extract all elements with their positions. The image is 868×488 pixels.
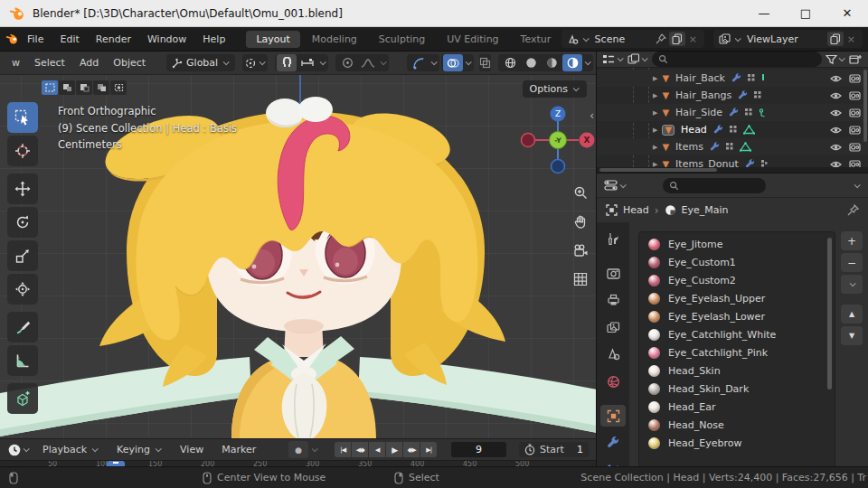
pan-button[interactable] — [571, 212, 590, 230]
material-list-scrollbar[interactable] — [827, 238, 832, 389]
modifier-wrench-icon[interactable] — [731, 73, 742, 84]
eye-icon[interactable] — [830, 74, 842, 83]
material-slot[interactable]: Eye_Eyelash_Lower — [639, 307, 835, 325]
select-set-button[interactable] — [42, 80, 58, 95]
pin-icon[interactable] — [653, 32, 669, 46]
chevron-down-icon[interactable] — [312, 446, 318, 452]
material-slot[interactable]: Eye_Custom1 — [639, 253, 835, 271]
timeline-ruler[interactable]: 50 100 150 200 250 300 350 400 450 500 — [0, 460, 596, 466]
play-reverse-button[interactable]: ◀ — [369, 442, 385, 457]
properties-search-field[interactable] — [663, 178, 766, 193]
properties-options-chevron[interactable] — [854, 182, 861, 188]
disclosure-icon[interactable]: ▶ — [653, 127, 657, 134]
chevron-down-icon[interactable] — [582, 35, 589, 42]
sidebar-collapse-arrow[interactable]: ‹ — [588, 108, 596, 124]
outliner-row-items[interactable]: ▶ ▼ Items — [597, 138, 868, 155]
tab-uv-editing[interactable]: UV Editing — [437, 31, 508, 48]
breadcrumb-data[interactable]: Eye_Main — [682, 204, 729, 216]
menu-keying[interactable]: Keying — [111, 442, 167, 457]
remove-material-slot-button[interactable]: − — [841, 253, 863, 272]
vertex-group-icon[interactable] — [729, 125, 739, 135]
menu-view-clipped[interactable]: w — [5, 54, 26, 71]
jump-to-start-button[interactable]: |◀ — [335, 442, 351, 457]
camera-view-button[interactable] — [571, 241, 590, 259]
vertex-group-icon[interactable] — [747, 73, 757, 83]
options-dropdown[interactable]: Options — [523, 80, 587, 98]
object-name[interactable]: Hair_Side — [674, 107, 724, 118]
pin-icon[interactable] — [847, 204, 859, 216]
outliner-row-head[interactable]: ▶ ▼ Head — [597, 121, 868, 138]
material-slot[interactable]: Head_Skin — [639, 361, 835, 380]
tool-transform[interactable] — [7, 274, 38, 305]
tab-view-layer[interactable] — [600, 316, 626, 338]
select-intersect-button[interactable] — [110, 80, 127, 95]
vertex-group-icon[interactable] — [753, 90, 763, 100]
viewlayer-name[interactable]: ViewLayer — [741, 33, 827, 45]
new-collection-button[interactable] — [849, 53, 863, 66]
pivot-point-dropdown[interactable] — [242, 54, 268, 71]
current-frame-field[interactable]: 9 — [451, 442, 506, 457]
eye-icon[interactable] — [830, 143, 842, 152]
close-button[interactable]: ✕ — [826, 0, 868, 27]
unlink-scene-icon[interactable]: × — [685, 33, 701, 45]
maximize-button[interactable]: □ — [785, 0, 826, 27]
menu-help[interactable]: Help — [194, 31, 233, 48]
vertex-group-icon[interactable] — [744, 108, 754, 117]
tool-measure[interactable] — [7, 345, 38, 376]
material-specials-button[interactable] — [841, 275, 863, 294]
tab-modifiers[interactable] — [600, 432, 626, 454]
auto-keying-toggle[interactable]: ● — [288, 441, 308, 458]
outliner-row-hair-side[interactable]: ▶ ▼ Hair_Side — [597, 104, 868, 121]
select-subtract-button[interactable] — [76, 80, 92, 95]
menu-view[interactable]: View — [175, 442, 209, 457]
material-slot[interactable]: Eye_Custom2 — [639, 271, 835, 289]
scene-name[interactable]: Scene — [590, 33, 653, 45]
modifier-wrench-icon[interactable] — [710, 142, 721, 153]
zoom-button[interactable] — [571, 183, 590, 202]
tab-object[interactable] — [600, 405, 626, 427]
frame-start-field[interactable]: Start 1 — [519, 442, 589, 457]
camera-icon[interactable] — [849, 108, 861, 117]
axis-z-negative-handle[interactable] — [552, 160, 565, 174]
outliner-filter-id-dropdown[interactable] — [627, 53, 648, 65]
chevron-down-icon[interactable] — [320, 59, 326, 65]
tool-rotate[interactable] — [7, 207, 38, 238]
select-invert-button[interactable] — [93, 80, 109, 95]
properties-editor-type-button[interactable] — [604, 179, 627, 192]
snap-toggle[interactable] — [277, 54, 297, 71]
falloff-dropdown[interactable] — [358, 54, 378, 71]
tab-texture-paint[interactable]: Textur — [511, 31, 552, 48]
camera-icon[interactable] — [849, 142, 861, 152]
proportional-edit-toggle[interactable] — [337, 54, 357, 71]
material-slot[interactable]: Head_Nose — [639, 416, 835, 434]
tab-output[interactable] — [600, 289, 626, 311]
material-slot[interactable]: Head_Eyebrow — [639, 434, 835, 452]
tool-add-cube[interactable] — [7, 383, 38, 414]
chevron-down-icon[interactable] — [466, 59, 472, 65]
viewlayer-icon[interactable] — [717, 32, 733, 46]
outliner-filter-dropdown[interactable] — [826, 54, 845, 65]
object-name[interactable]: Head — [679, 124, 709, 136]
disclosure-icon[interactable]: ▶ — [653, 92, 657, 99]
material-slot[interactable]: Eye_Catchlight_White — [639, 325, 835, 343]
outliner-row-hair-bangs[interactable]: ▶ ▼ Hair_Bangs — [597, 87, 868, 104]
tab-render[interactable] — [600, 262, 626, 284]
tool-move[interactable] — [7, 174, 38, 204]
show-overlays-toggle[interactable] — [443, 54, 463, 71]
new-viewlayer-icon[interactable] — [827, 32, 844, 46]
eye-icon[interactable] — [830, 126, 842, 135]
tool-annotate[interactable] — [7, 312, 38, 343]
move-slot-down-button[interactable]: ▼ — [841, 326, 863, 345]
material-slot[interactable]: Head_Ear — [639, 398, 835, 416]
transform-orientation-dropdown[interactable]: Global — [166, 54, 235, 71]
new-scene-icon[interactable] — [669, 32, 685, 46]
menu-object[interactable]: Object — [107, 54, 152, 71]
snap-target-dropdown[interactable] — [297, 54, 317, 71]
menu-render[interactable]: Render — [88, 31, 139, 48]
menu-select[interactable]: Select — [28, 54, 71, 71]
vertex-group-icon[interactable] — [725, 142, 735, 152]
tab-modeling[interactable]: Modeling — [302, 31, 367, 48]
disclosure-icon[interactable]: ▶ — [653, 144, 657, 151]
3d-viewport[interactable]: Options Front Orthographic (9) Scene Col… — [0, 75, 596, 438]
play-button[interactable]: ▶ — [386, 442, 402, 457]
